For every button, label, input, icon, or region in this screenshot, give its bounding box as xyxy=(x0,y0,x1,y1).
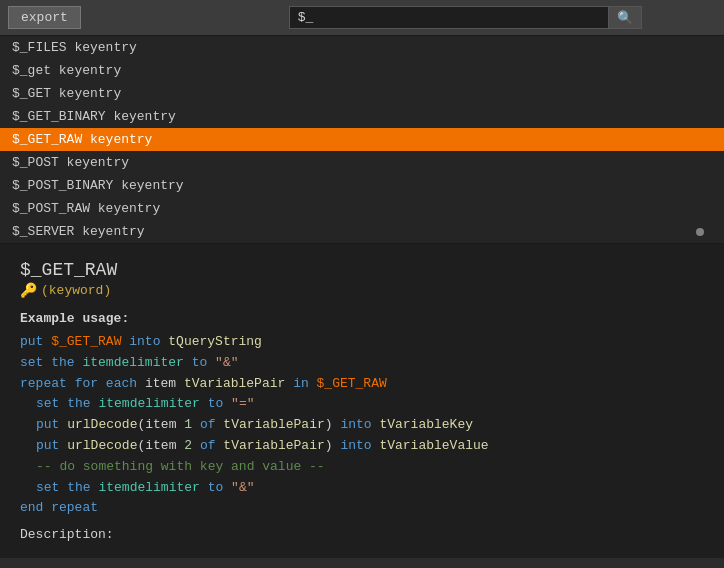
code-token: put xyxy=(36,417,59,432)
list-item-label: $_FILES keyentry xyxy=(12,40,137,55)
detail-panel: $_GET_RAW 🔑 (keyword) Example usage: put… xyxy=(0,244,724,558)
code-token: tQueryString xyxy=(168,334,262,349)
keyword-list: $_FILES keyentry$_get keyentry$_GET keye… xyxy=(0,36,724,244)
code-token: itemdelimiter xyxy=(82,355,183,370)
list-item-row: $_get keyentry xyxy=(12,63,712,78)
code-token: item xyxy=(145,376,176,391)
code-token: item xyxy=(145,438,176,453)
list-item-label: $_get keyentry xyxy=(12,63,121,78)
list-item[interactable]: $_SERVER keyentry xyxy=(0,220,724,243)
code-line: set the itemdelimiter to "&" xyxy=(36,478,704,499)
list-item[interactable]: $_get keyentry xyxy=(0,59,724,82)
code-token xyxy=(200,396,208,411)
code-token: in xyxy=(293,376,309,391)
search-input[interactable] xyxy=(289,6,609,29)
code-token: tVariablePair xyxy=(223,417,324,432)
code-token: 1 xyxy=(184,417,192,432)
code-token: ) xyxy=(325,417,333,432)
list-item[interactable]: $_GET_BINARY keyentry xyxy=(0,105,724,128)
code-token: to xyxy=(192,355,208,370)
code-line: -- do something with key and value -- xyxy=(36,457,704,478)
list-item-row: $_GET keyentry xyxy=(12,86,712,101)
description-label: Description: xyxy=(20,527,114,542)
list-scroll[interactable]: $_FILES keyentry$_get keyentry$_GET keye… xyxy=(0,36,724,243)
export-button[interactable]: export xyxy=(8,6,81,29)
code-token: "&" xyxy=(231,480,254,495)
code-token: repeat xyxy=(51,500,98,515)
code-token: to xyxy=(208,480,224,495)
code-token: tVariablePair xyxy=(184,376,285,391)
code-token: and xyxy=(231,459,254,474)
code-token: put xyxy=(36,438,59,453)
list-item-label: $_GET_RAW keyentry xyxy=(12,132,152,147)
list-item-row: $_GET_BINARY keyentry xyxy=(12,109,712,124)
code-token xyxy=(192,417,200,432)
code-token: into xyxy=(340,438,371,453)
list-item[interactable]: $_POST keyentry xyxy=(0,151,724,174)
code-token: tVariableValue xyxy=(379,438,488,453)
list-item[interactable]: $_FILES keyentry xyxy=(0,36,724,59)
list-item-row: $_POST_RAW keyentry xyxy=(12,201,712,216)
code-token: urlDecode xyxy=(67,417,137,432)
code-token: 2 xyxy=(184,438,192,453)
code-token: $_GET_RAW xyxy=(317,376,387,391)
code-token: itemdelimiter xyxy=(98,396,199,411)
code-token xyxy=(137,376,145,391)
code-token xyxy=(309,376,317,391)
code-token: ) xyxy=(325,438,333,453)
code-token: value -- xyxy=(262,459,324,474)
code-token: the xyxy=(67,396,90,411)
list-item[interactable]: $_POST_RAW keyentry xyxy=(0,197,724,220)
code-token: repeat xyxy=(20,376,67,391)
code-line: repeat for each item tVariablePair in $_… xyxy=(20,374,704,395)
code-token: end xyxy=(20,500,43,515)
description-section: Description: xyxy=(20,527,704,542)
code-token: itemdelimiter xyxy=(98,480,199,495)
list-item-row: $_POST keyentry xyxy=(12,155,712,170)
search-icon: 🔍 xyxy=(617,10,633,25)
code-token: "&" xyxy=(215,355,238,370)
code-token xyxy=(184,355,192,370)
detail-subtitle: 🔑 (keyword) xyxy=(20,282,704,299)
detail-subtitle-text: (keyword) xyxy=(41,283,111,298)
code-token: urlDecode xyxy=(67,438,137,453)
code-token xyxy=(207,355,215,370)
list-item-label: $_POST_BINARY keyentry xyxy=(12,178,184,193)
example-label: Example usage: xyxy=(20,311,704,326)
list-item[interactable]: $_GET keyentry xyxy=(0,82,724,105)
code-token: each xyxy=(106,376,137,391)
code-token: to xyxy=(208,396,224,411)
list-item-row: $_POST_BINARY keyentry xyxy=(12,178,712,193)
code-token: the xyxy=(51,355,74,370)
list-item-label: $_SERVER keyentry xyxy=(12,224,145,239)
list-item-row: $_FILES keyentry xyxy=(12,40,712,55)
code-token: set xyxy=(36,480,59,495)
code-token: "=" xyxy=(231,396,254,411)
toolbar: export 🔍 xyxy=(0,0,724,36)
code-token xyxy=(223,396,231,411)
code-line: end repeat xyxy=(20,498,704,519)
detail-title: $_GET_RAW xyxy=(20,260,704,280)
list-item[interactable]: $_POST_BINARY keyentry xyxy=(0,174,724,197)
code-token: tVariableKey xyxy=(379,417,473,432)
list-item-label: $_GET keyentry xyxy=(12,86,121,101)
search-button[interactable]: 🔍 xyxy=(609,6,642,29)
code-token xyxy=(200,480,208,495)
search-container: 🔍 xyxy=(289,6,716,29)
code-line: put $_GET_RAW into tQueryString xyxy=(20,332,704,353)
code-token xyxy=(223,459,231,474)
code-line: set the itemdelimiter to "=" xyxy=(36,394,704,415)
code-token xyxy=(176,376,184,391)
code-token: set xyxy=(20,355,43,370)
code-token: the xyxy=(67,480,90,495)
code-token: into xyxy=(129,334,160,349)
code-token xyxy=(67,376,75,391)
code-token: $_GET_RAW xyxy=(51,334,121,349)
list-item-label: $_GET_BINARY keyentry xyxy=(12,109,176,124)
code-line: set the itemdelimiter to "&" xyxy=(20,353,704,374)
code-token: -- do something with key xyxy=(36,459,223,474)
list-item[interactable]: $_GET_RAW keyentry xyxy=(0,128,724,151)
code-token: put xyxy=(20,334,43,349)
code-token: into xyxy=(340,417,371,432)
code-line: put urlDecode(item 2 of tVariablePair) i… xyxy=(36,436,704,457)
